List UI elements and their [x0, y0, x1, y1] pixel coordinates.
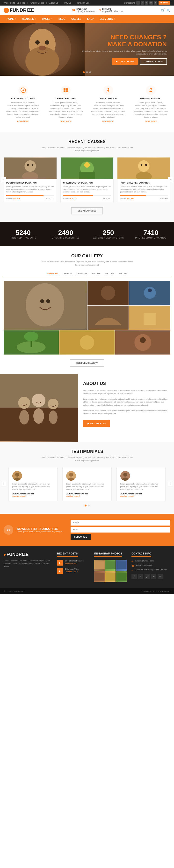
footer-bottom-links: Terms of Service Privacy Policy [142, 590, 170, 592]
pinterest-icon[interactable]: p [154, 1, 157, 5]
about-get-started-button[interactable]: ▶ GET STARTED [83, 421, 110, 427]
insta-item-3[interactable] [116, 560, 127, 570]
cause-goal-3: $125,000 [160, 197, 168, 200]
footer-facebook-icon[interactable]: f [131, 574, 137, 579]
testimonials-next-arrow[interactable]: › [168, 482, 173, 487]
gallery-tab-creative[interactable]: CREATIVE [77, 272, 88, 275]
header-right: 🛒 🔍 [161, 8, 170, 12]
gallery-tab-water[interactable]: WATER [119, 272, 127, 275]
testimonials-prev-arrow[interactable]: ‹ [1, 482, 6, 487]
insta-item-1[interactable] [94, 560, 105, 570]
footer-mail-icon[interactable]: ✉ [157, 574, 163, 579]
insta-item-5[interactable] [105, 571, 116, 582]
nav-pages-arrow: ▼ [51, 18, 53, 20]
footer-posts-list: ▶ Give Children Donation February 3, 201… [57, 560, 90, 574]
cart-icon[interactable]: 🛒 [161, 8, 165, 12]
hero-get-started-button[interactable]: ▶ GET STARTED [112, 58, 138, 65]
post-title-2[interactable]: Children in Africa [65, 568, 78, 570]
hero-dot-3[interactable] [89, 71, 91, 73]
cause-prev-arrow[interactable]: ‹ [1, 177, 6, 182]
cause-progress-bar-2 [63, 195, 111, 196]
insta-item-4[interactable] [94, 571, 105, 582]
donate-button-top[interactable]: DONATE [158, 1, 170, 5]
testi-dot-2[interactable] [88, 504, 90, 506]
see-all-causes-button[interactable]: SEE ALL CAUSES [71, 207, 103, 214]
gallery-item-4[interactable] [88, 306, 129, 330]
cause-raised-3: Raised: $97,020 [120, 197, 134, 200]
testimonial-card-2: Lorem ipsum dolor sit amet, when an unkn… [63, 467, 111, 501]
newsletter-subscribe-button[interactable]: SUBSCRIBE [71, 534, 91, 540]
twitter-icon[interactable]: t [141, 1, 144, 5]
gallery-item-7[interactable] [59, 331, 115, 354]
insta-item-2[interactable] [105, 560, 116, 570]
svg-rect-69 [116, 561, 127, 569]
stat-creative-number: 2490 [46, 229, 85, 237]
flexible-read-more[interactable]: READ MORE [6, 120, 40, 122]
testimonials-desc: Lorem ipsum dolor sit amet, consectetur … [39, 456, 135, 462]
testimonials-title: TESTIMONIALS [4, 449, 170, 454]
gallery-item-8[interactable] [115, 331, 170, 354]
testimonial-name-1: ALEXANDER SMART [12, 493, 54, 495]
nav-headers[interactable]: HEADERS ▼ [19, 15, 39, 23]
testi-dot-1[interactable] [84, 504, 86, 506]
search-icon[interactable]: 🔍 [167, 9, 170, 12]
footer-google-icon[interactable]: g+ [145, 574, 150, 579]
svg-point-2 [25, 47, 59, 76]
hero-more-details-button[interactable]: ○ MORE DETAILS [140, 58, 167, 65]
logo: FUNDRIZE [4, 7, 34, 13]
about-link[interactable]: About Us [49, 2, 58, 4]
top-bar: Welcome to FundRize | Charity Boxes | Ab… [0, 0, 174, 5]
hero-face-image [0, 23, 84, 76]
footer-terms-link[interactable]: Terms of Service [142, 590, 156, 592]
stat-finished-label: FINISHED PROJECTS [4, 237, 43, 239]
testimonial-text-2: Lorem ipsum dolor sit amet, when an unkn… [66, 483, 107, 491]
svg-point-11 [107, 88, 109, 90]
testimonial-card-3: Lorem ipsum dolor sit amet, when an unkn… [117, 467, 166, 501]
feature-fresh: FRESH CREATIVES Lorem ipsum dolor sit am… [46, 83, 85, 125]
insta-item-6[interactable] [116, 571, 127, 582]
cause-desc-1: Lorem ipsum dolor sit amet, consectetur … [6, 185, 54, 193]
hero-dot-1[interactable] [83, 71, 85, 73]
newsletter-name-input[interactable] [71, 520, 170, 526]
nav-elements[interactable]: ELEMENTS ▼ [97, 15, 118, 23]
post-title-1[interactable]: Give Children Donation [65, 560, 83, 562]
nav-home[interactable]: HOME ▼ [4, 15, 19, 23]
svg-rect-10 [66, 90, 68, 92]
nav-shop[interactable]: SHOP [84, 15, 97, 23]
linkedin-icon[interactable]: in [149, 1, 153, 5]
gallery-item-5[interactable] [129, 306, 170, 330]
google-icon[interactable]: g [145, 1, 148, 5]
nav-causes[interactable]: CAUSES [68, 15, 84, 23]
nav-pages[interactable]: PAGES ▼ [39, 15, 56, 23]
nav-blog[interactable]: BLOG [56, 15, 68, 23]
testimonial-name-3: ALEXANDER SMART [120, 493, 162, 495]
gallery-tab-nature[interactable]: NATURE [105, 272, 114, 275]
gallery-item-6[interactable] [4, 331, 59, 354]
gallery-tab-all[interactable]: SHOW ALL [47, 272, 59, 277]
gallery-tab-estate[interactable]: ESTATE [92, 272, 101, 275]
terms-link[interactable]: Terms of Use [77, 2, 90, 4]
hero-dot-2[interactable] [86, 71, 88, 73]
gallery-item-1[interactable] [4, 281, 87, 330]
svg-point-56 [48, 399, 58, 409]
gallery-row-1 [4, 281, 170, 330]
social-icons: f t g in p [136, 1, 157, 5]
newsletter-text: Newsletter Subscribe Lorem ipsum dolor s… [17, 527, 67, 533]
why-link[interactable]: Why Us [64, 2, 71, 4]
testimonials-wrapper: ‹ Lorem ipsum dolor sit amet, when an un… [4, 467, 170, 501]
gallery-tab-africa[interactable]: AFRICA [64, 272, 72, 275]
footer-privacy-link[interactable]: Privacy Policy [158, 590, 170, 592]
gallery-item-3[interactable] [129, 281, 170, 305]
footer-twitter-icon[interactable]: t [138, 574, 143, 579]
cause-next-arrow[interactable]: › [168, 177, 173, 182]
gallery-item-2[interactable] [88, 281, 129, 305]
fresh-read-more[interactable]: READ MORE [49, 120, 83, 122]
smart-read-more[interactable]: READ MORE [91, 120, 125, 122]
cause-title-3: POOR CHILDREN DONATION [120, 182, 168, 184]
newsletter-email-input[interactable] [71, 527, 170, 532]
footer-linkedin-icon[interactable]: in [151, 574, 156, 579]
premium-read-more[interactable]: READ MORE [134, 120, 168, 122]
causes-desc: Lorem ipsum dolor sit amet, consectetur … [39, 146, 135, 152]
see-full-gallery-button[interactable]: SEE FULL GALLERY [70, 359, 104, 367]
facebook-icon[interactable]: f [136, 1, 140, 5]
